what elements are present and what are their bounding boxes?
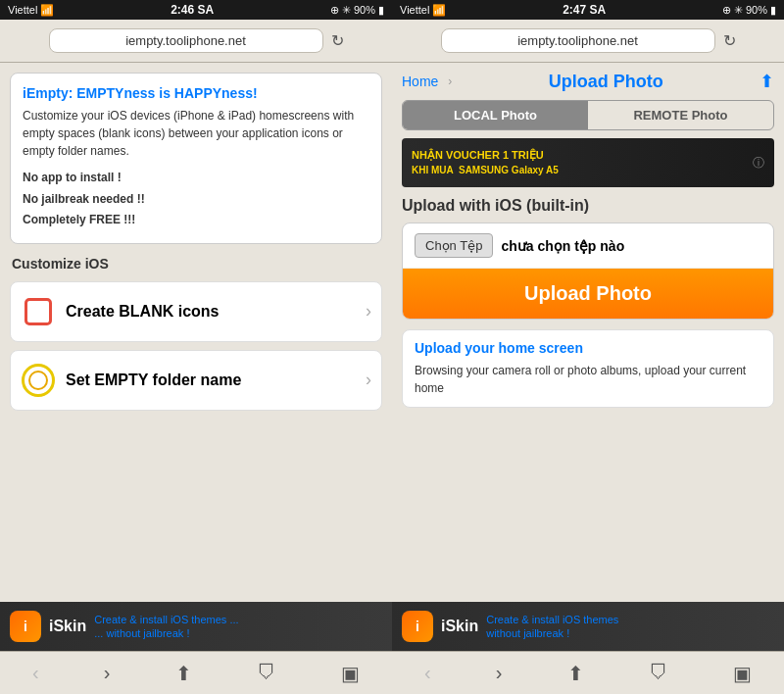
right-ad-banner[interactable]: NHẬN VOUCHER 1 TRIỆU KHI MUA SAMSUNG Gal…	[402, 138, 774, 187]
nav-home-link[interactable]: Home	[402, 74, 438, 89]
left-ad-logo-text: i	[24, 619, 27, 634]
left-reload-button[interactable]: ↻	[331, 31, 344, 50]
left-ad-line1: Create & install iOS themes ...	[94, 613, 238, 626]
left-ad-logo: i	[10, 611, 41, 642]
right-address-bar: iempty.tooliphone.net ↻	[392, 20, 784, 63]
right-share-button[interactable]: ⬆	[558, 658, 594, 689]
right-status-left: Viettel 📶	[400, 4, 446, 17]
left-ad-banner[interactable]: i iSkin Create & install iOS themes ... …	[0, 602, 392, 651]
left-battery-icon: ▮	[378, 4, 384, 17]
left-bluetooth-icon: ✳	[342, 4, 351, 17]
upload-photo-button[interactable]: Upload Photo	[403, 269, 773, 319]
right-forward-button[interactable]: ›	[486, 658, 513, 688]
right-tabs-button[interactable]: ▣	[723, 658, 761, 689]
blank-icon	[24, 298, 52, 325]
right-location-icon: ⊕	[722, 4, 731, 17]
left-share-button[interactable]: ⬆	[166, 658, 202, 689]
left-carrier: Viettel	[8, 4, 37, 16]
right-phone-panel: Viettel 📶 2:47 SA ⊕ ✳ 90% ▮ iempty.tooli…	[392, 0, 784, 694]
right-time: 2:47 SA	[563, 3, 606, 17]
blank-icon-area	[21, 294, 56, 329]
right-nav: Home › Upload Photo ⬆	[392, 63, 784, 100]
upload-info-text: Browsing your camera roll or photo album…	[415, 362, 761, 397]
right-ad-line2: KHI MUA SAMSUNG Galaxy A5	[412, 164, 559, 177]
right-bottom-toolbar: ‹ › ⬆ ⛉ ▣	[392, 651, 784, 694]
right-status-right: ⊕ ✳ 90% ▮	[722, 4, 776, 17]
right-ad-brand: SAMSUNG Galaxy A5	[459, 165, 559, 175]
left-wifi-icon: 📶	[40, 4, 54, 17]
right-bookmarks-button[interactable]: ⛉	[639, 658, 678, 688]
left-content: iEmpty: EMPTYness is HAPPYness! Customiz…	[0, 63, 392, 602]
left-back-button[interactable]: ‹	[23, 658, 49, 688]
feature-1: No app to install !	[23, 168, 369, 189]
nav-separator: ›	[448, 74, 452, 88]
right-back-button[interactable]: ‹	[415, 658, 441, 688]
right-ad-appname: iSkin	[441, 618, 478, 635]
right-ad-logo-text: i	[416, 619, 419, 634]
left-phone-panel: Viettel 📶 2:46 SA ⊕ ✳ 90% ▮ iempty.tooli…	[0, 0, 392, 694]
right-ad-bottom-line1: Create & install iOS themes	[486, 613, 618, 626]
left-location-icon: ⊕	[330, 4, 339, 17]
right-ad-bottom-line2: without jailbreak !	[486, 626, 618, 640]
right-status-bar: Viettel 📶 2:47 SA ⊕ ✳ 90% ▮	[392, 0, 784, 20]
left-bookmarks-button[interactable]: ⛉	[247, 658, 286, 688]
right-reload-button[interactable]: ↻	[723, 31, 736, 50]
choose-file-button[interactable]: Chọn Tệp	[415, 233, 493, 258]
right-battery-icon: ▮	[770, 4, 776, 17]
left-ad-line2: ... without jailbreak !	[94, 626, 238, 640]
iempty-title: iEmpty: EMPTYness is HAPPYness!	[23, 85, 369, 101]
nav-share-button[interactable]: ⬆	[760, 71, 774, 92]
blank-icons-chevron: ›	[366, 301, 371, 322]
right-ad-line1: NHẬN VOUCHER 1 TRIỆU	[412, 148, 559, 163]
left-tabs-button[interactable]: ▣	[331, 658, 369, 689]
iempty-description: Customize your iOS devices (iPhone & iPa…	[23, 107, 369, 160]
upload-info-box: Upload your home screen Browsing your ca…	[402, 329, 774, 408]
tab-local-photo[interactable]: LOCAL Photo	[403, 101, 588, 129]
folder-icon-area	[21, 363, 56, 398]
upload-section-title: Upload with iOS (built-in)	[402, 197, 774, 215]
right-content: Home › Upload Photo ⬆ LOCAL Photo REMOTE…	[392, 63, 784, 602]
right-bluetooth-icon: ✳	[734, 4, 743, 17]
photo-tab-bar: LOCAL Photo REMOTE Photo	[402, 100, 774, 130]
customize-label: Customize iOS	[10, 256, 382, 272]
feature-2: No jailbreak needed !!	[23, 189, 369, 211]
left-address-bar: iempty.tooliphone.net ↻	[0, 20, 392, 63]
left-status-right: ⊕ ✳ 90% ▮	[330, 4, 384, 17]
left-battery-percent: 90%	[354, 4, 375, 16]
no-file-text: chưa chọn tệp nào	[501, 238, 624, 254]
set-empty-folder-item[interactable]: Set EMPTY folder name ›	[10, 350, 382, 411]
iempty-info-box: iEmpty: EMPTYness is HAPPYness! Customiz…	[10, 73, 382, 244]
create-blank-icons-item[interactable]: Create BLANK icons ›	[10, 281, 382, 342]
left-time: 2:46 SA	[171, 3, 214, 17]
feature-3: Completely FREE !!!	[23, 210, 369, 231]
left-status-bar: Viettel 📶 2:46 SA ⊕ ✳ 90% ▮	[0, 0, 392, 20]
right-ad-banner-bottom[interactable]: i iSkin Create & install iOS themes with…	[392, 602, 784, 651]
empty-folder-chevron: ›	[366, 370, 371, 390]
right-battery-percent: 90%	[746, 4, 767, 16]
tab-remote-photo[interactable]: REMOTE Photo	[588, 101, 773, 129]
left-forward-button[interactable]: ›	[94, 658, 121, 688]
left-status-left: Viettel 📶	[8, 4, 54, 17]
upload-info-title: Upload your home screen	[415, 340, 761, 356]
right-wifi-icon: 📶	[432, 4, 446, 17]
blank-icons-label: Create BLANK icons	[66, 303, 366, 321]
right-url-input[interactable]: iempty.tooliphone.net	[441, 28, 715, 53]
upload-dialog: Chọn Tệp chưa chọn tệp nào Upload Photo	[402, 223, 774, 320]
right-carrier: Viettel	[400, 4, 429, 16]
right-ad-close[interactable]: ⓘ	[753, 155, 764, 172]
left-bottom-toolbar: ‹ › ⬆ ⛉ ▣	[0, 651, 392, 694]
file-choose-row: Chọn Tệp chưa chọn tệp nào	[403, 223, 773, 269]
nav-page-title: Upload Photo	[462, 72, 750, 92]
left-url-input[interactable]: iempty.tooliphone.net	[49, 28, 323, 53]
folder-icon	[24, 367, 52, 394]
left-ad-appname: iSkin	[49, 618, 86, 635]
iempty-features: No app to install ! No jailbreak needed …	[23, 168, 369, 231]
upload-section: Upload with iOS (built-in) Chọn Tệp chưa…	[392, 197, 784, 418]
empty-folder-label: Set EMPTY folder name	[66, 372, 366, 389]
right-ad-logo: i	[402, 611, 433, 642]
